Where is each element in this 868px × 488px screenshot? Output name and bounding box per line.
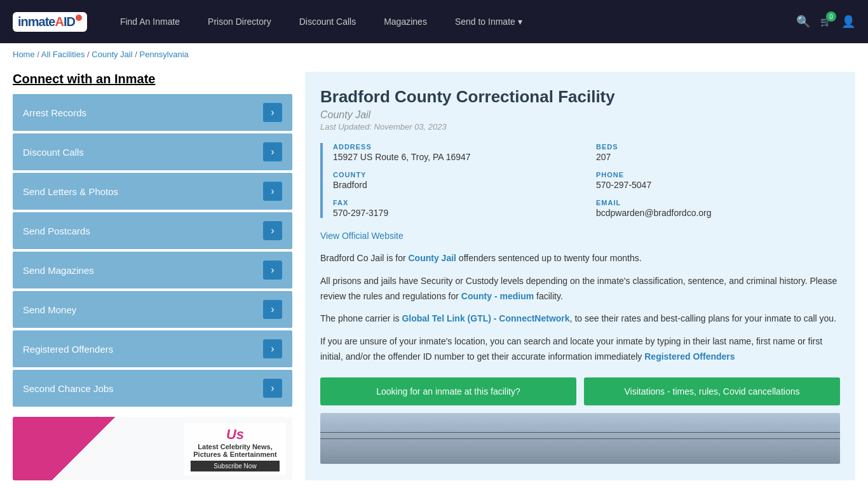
- desc-link-gtl[interactable]: Global Tel Link (GTL) - ConnectNetwork: [402, 313, 569, 323]
- sidebar-item-second-chance-jobs[interactable]: Second Chance Jobs ›: [13, 370, 292, 407]
- facility-description: Bradford Co Jail is for County Jail offe…: [320, 251, 840, 365]
- info-address: ADDRESS 15927 US Route 6, Troy, PA 16947: [333, 143, 577, 162]
- facility-type: County Jail: [320, 109, 840, 121]
- cart-icon[interactable]: 🛒 0: [820, 17, 831, 27]
- logo-container[interactable]: inmateAID: [13, 12, 87, 32]
- facility-content: Bradford County Correctional Facility Co…: [305, 72, 855, 480]
- action-buttons: Looking for an inmate at this facility? …: [320, 377, 840, 405]
- ad-headline: Latest Celebrity News, Pictures & Entert…: [191, 443, 280, 458]
- breadcrumb-pennsylvania[interactable]: Pennsylvania: [139, 50, 188, 59]
- breadcrumb: Home / All Facilities / County Jail / Pe…: [0, 43, 868, 65]
- arrow-icon-registered-offenders: ›: [263, 339, 282, 358]
- fax-value: 570-297-3179: [333, 208, 577, 218]
- sidebar-label-discount-calls: Discount Calls: [23, 147, 84, 158]
- nav-find-inmate[interactable]: Find An Inmate: [106, 0, 194, 43]
- facility-title: Bradford County Correctional Facility: [320, 87, 840, 107]
- facility-updated: Last Updated: November 03, 2023: [320, 122, 840, 132]
- main-container: Connect with an Inmate Arrest Records › …: [0, 65, 868, 488]
- desc-paragraph-1: Bradford Co Jail is for County Jail offe…: [320, 251, 840, 266]
- facility-photo-strip: [320, 413, 840, 464]
- btn-visitations[interactable]: Visitations - times, rules, Covid cancel…: [584, 377, 840, 405]
- info-grid: ADDRESS 15927 US Route 6, Troy, PA 16947…: [320, 143, 840, 218]
- county-label: COUNTY: [333, 171, 577, 179]
- nav-send-to-inmate[interactable]: Send to Inmate ▾: [441, 0, 536, 43]
- desc-link-registered-offenders[interactable]: Registered Offenders: [644, 351, 735, 362]
- breadcrumb-county-jail[interactable]: County Jail: [92, 50, 132, 59]
- sidebar-label-send-money: Send Money: [23, 304, 76, 315]
- nav-prison-directory[interactable]: Prison Directory: [194, 0, 285, 43]
- logo-text: inmateAID: [18, 15, 75, 29]
- email-value: bcdpwarden@bradfordco.org: [596, 208, 840, 218]
- sidebar-item-send-money[interactable]: Send Money ›: [13, 291, 292, 328]
- nav-icons: 🔍 🛒 0 👤: [796, 15, 855, 29]
- breadcrumb-home[interactable]: Home: [13, 50, 35, 59]
- arrow-icon-discount-calls: ›: [263, 142, 282, 161]
- arrow-icon-send-magazines: ›: [263, 261, 282, 280]
- search-icon[interactable]: 🔍: [796, 15, 810, 29]
- ad-subscribe-button[interactable]: Subscribe Now: [191, 461, 280, 471]
- county-value: Bradford: [333, 180, 577, 190]
- phone-label: PHONE: [596, 171, 840, 179]
- sidebar-label-arrest-records: Arrest Records: [23, 107, 86, 118]
- arrow-icon-arrest-records: ›: [263, 103, 282, 122]
- desc-link-county-medium[interactable]: County - medium: [461, 291, 534, 301]
- sidebar-title: Connect with an Inmate: [13, 72, 292, 86]
- info-phone: PHONE 570-297-5047: [596, 171, 840, 190]
- sidebar-item-send-postcards[interactable]: Send Postcards ›: [13, 212, 292, 249]
- address-label: ADDRESS: [333, 143, 577, 151]
- fax-label: FAX: [333, 199, 577, 207]
- official-website-link[interactable]: View Official Website: [320, 231, 403, 241]
- sidebar-item-send-letters-photos[interactable]: Send Letters & Photos ›: [13, 173, 292, 210]
- sidebar-item-send-magazines[interactable]: Send Magazines ›: [13, 252, 292, 288]
- arrow-icon-second-chance-jobs: ›: [263, 379, 282, 398]
- sidebar: Connect with an Inmate Arrest Records › …: [13, 72, 292, 480]
- info-beds: BEDS 207: [596, 143, 840, 162]
- btn-looking-inmate[interactable]: Looking for an inmate at this facility?: [320, 377, 576, 405]
- arrow-icon-send-letters: ›: [263, 182, 282, 201]
- beds-value: 207: [596, 152, 840, 162]
- sidebar-menu: Arrest Records › Discount Calls › Send L…: [13, 94, 292, 407]
- logo-icon: [76, 15, 82, 21]
- sidebar-label-send-magazines: Send Magazines: [23, 265, 94, 276]
- nav-links: Find An Inmate Prison Directory Discount…: [106, 0, 790, 43]
- arrow-icon-send-postcards: ›: [263, 221, 282, 240]
- breadcrumb-all-facilities[interactable]: All Facilities: [41, 50, 85, 59]
- email-label: EMAIL: [596, 199, 840, 207]
- address-value: 15927 US Route 6, Troy, PA 16947: [333, 152, 577, 162]
- beds-label: BEDS: [596, 143, 840, 151]
- sidebar-label-send-postcards: Send Postcards: [23, 226, 90, 236]
- sidebar-item-discount-calls[interactable]: Discount Calls ›: [13, 133, 292, 170]
- sidebar-label-second-chance-jobs: Second Chance Jobs: [23, 383, 114, 394]
- info-county: COUNTY Bradford: [333, 171, 577, 190]
- nav-magazines[interactable]: Magazines: [370, 0, 441, 43]
- sidebar-item-registered-offenders[interactable]: Registered Offenders ›: [13, 330, 292, 367]
- info-fax: FAX 570-297-3179: [333, 199, 577, 218]
- desc-paragraph-4: If you are unsure of your inmate's locat…: [320, 334, 840, 365]
- phone-value: 570-297-5047: [596, 180, 840, 190]
- desc-link-county-jail[interactable]: County Jail: [409, 253, 456, 263]
- desc-paragraph-3: The phone carrier is Global Tel Link (GT…: [320, 311, 840, 327]
- navbar: inmateAID Find An Inmate Prison Director…: [0, 0, 868, 43]
- sidebar-label-send-letters-photos: Send Letters & Photos: [23, 186, 118, 197]
- sidebar-ad: Us Latest Celebrity News, Pictures & Ent…: [13, 417, 292, 480]
- desc-paragraph-2: All prisons and jails have Security or C…: [320, 274, 840, 304]
- user-icon[interactable]: 👤: [841, 15, 855, 29]
- nav-discount-calls[interactable]: Discount Calls: [285, 0, 370, 43]
- arrow-icon-send-money: ›: [263, 300, 282, 319]
- sidebar-label-registered-offenders: Registered Offenders: [23, 344, 113, 355]
- sidebar-item-arrest-records[interactable]: Arrest Records ›: [13, 94, 292, 131]
- cart-count: 0: [826, 11, 836, 22]
- ad-logo: Us: [191, 426, 280, 443]
- info-email: EMAIL bcdpwarden@bradfordco.org: [596, 199, 840, 218]
